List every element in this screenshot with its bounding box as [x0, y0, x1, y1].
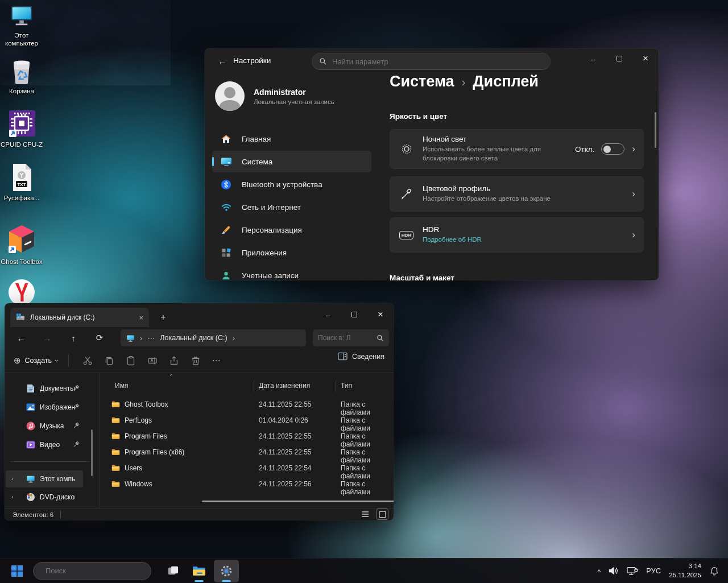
sidebar-scrollbar[interactable] [91, 429, 93, 476]
sidebar-item-label: Система [242, 158, 272, 166]
sidebar-item-home[interactable]: Главная [212, 128, 371, 150]
file-row[interactable]: Users 24.11.2025 22:54 Папка с файлами [100, 460, 394, 476]
file-row[interactable]: Program Files (x86) 24.11.2025 22:55 Пап… [100, 444, 394, 460]
breadcrumb-item[interactable]: Локальный диск (C:) [160, 334, 227, 342]
crumb-overflow-icon[interactable]: ⋯ [147, 334, 155, 342]
maximize-button[interactable] [341, 305, 367, 324]
chevron-right-icon: › [632, 229, 635, 241]
hdr-learn-more-link[interactable]: Подробнее об HDR [423, 235, 624, 245]
explorer-tab[interactable]: Локальный диск (C:) × [10, 308, 149, 327]
paste-button[interactable] [120, 352, 142, 369]
section-brightness-color: Яркость и цвет [390, 112, 447, 121]
breadcrumb-parent[interactable]: Система [390, 73, 454, 90]
desktop-icon-label: CPUID CPU-Z [0, 140, 43, 148]
network-icon[interactable] [624, 560, 640, 582]
sidebar-item-network[interactable]: Сеть и Интернет [212, 196, 371, 218]
clock[interactable]: 3:14 25.11.2025 [667, 562, 704, 580]
color-profile-desc: Настройте отображение цветов на экране [423, 195, 624, 204]
start-button[interactable] [6, 560, 28, 582]
tray-time: 3:14 [669, 562, 701, 571]
tree-item-this-pc[interactable]: › Этот компьюте [6, 470, 83, 487]
sidebar-item-bluetooth[interactable]: Bluetooth и устройства [212, 173, 371, 195]
night-light-card[interactable]: Ночной свет Использовать более теплые цв… [390, 129, 644, 169]
close-button[interactable]: × [367, 305, 394, 324]
column-header-type[interactable]: Тип [341, 382, 352, 390]
taskbar-settings-button[interactable] [214, 560, 239, 582]
notification-bell-icon[interactable] [708, 560, 721, 582]
settings-scrollbar[interactable] [655, 112, 656, 148]
quick-access-videos[interactable]: Видео [6, 436, 83, 453]
breadcrumb-bar[interactable]: › ⋯ Локальный диск (C:) › [121, 329, 306, 346]
share-button[interactable] [163, 352, 185, 369]
quick-access-documents[interactable]: Документы [6, 380, 83, 397]
details-pane-icon [338, 352, 348, 361]
chevron-expand-icon[interactable]: › [11, 475, 14, 482]
chevron-expand-icon[interactable]: › [11, 493, 14, 500]
task-view-button[interactable] [162, 560, 184, 582]
desktop-icon-label: Этот компьютер [0, 31, 43, 48]
file-row[interactable]: Ghost Toolbox 24.11.2025 22:55 Папка с ф… [100, 396, 394, 412]
quick-access-pictures[interactable]: Изображени [6, 399, 83, 416]
desktop-icon-cpuz[interactable]: CPUID CPU-Z [0, 109, 43, 148]
hdr-badge: HDR [399, 231, 413, 239]
desktop-icon-rusifikator[interactable]: TXT Русифика... [0, 163, 43, 202]
nav-forward-button[interactable]: → [38, 329, 57, 346]
taskbar-search-input[interactable] [46, 567, 146, 575]
language-indicator[interactable]: РУС [644, 560, 663, 582]
tab-close-icon[interactable]: × [139, 313, 143, 322]
nav-up-button[interactable]: ↑ [64, 329, 83, 346]
night-light-toggle[interactable] [601, 143, 624, 155]
eyedropper-icon [390, 188, 423, 200]
tray-overflow-chevron[interactable]: ^ [595, 561, 602, 583]
new-tab-button[interactable]: + [156, 310, 171, 325]
sidebar-item-apps[interactable]: Приложения [212, 242, 371, 263]
hdr-card[interactable]: HDR HDR Подробнее об HDR › [390, 217, 644, 253]
list-view-button[interactable] [359, 509, 371, 519]
desktop-icon-ghost-toolbox[interactable]: Ghost Toolbox [0, 223, 43, 266]
file-date: 01.04.2024 0:26 [259, 416, 308, 424]
column-header-name[interactable]: Имя [115, 382, 128, 390]
account-block[interactable]: Administrator Локальная учетная запись [215, 81, 334, 111]
desktop-icon-label: Русифика... [0, 194, 43, 202]
chevron-right-icon[interactable]: › [233, 334, 235, 342]
column-header-date[interactable]: Дата изменения [259, 382, 310, 390]
horizontal-scrollbar[interactable] [202, 501, 394, 502]
column-divider[interactable] [336, 381, 336, 392]
desktop-icon-this-pc[interactable]: Этот компьютер [0, 5, 43, 48]
more-options-button[interactable]: ⋯ [206, 355, 226, 366]
file-type: Папка с файлами [341, 480, 394, 496]
file-name: PerfLogs [125, 416, 152, 424]
explorer-search-input[interactable] [318, 334, 377, 342]
color-profile-card[interactable]: Цветовой профиль Настройте отображение ц… [390, 176, 644, 212]
rename-button[interactable] [142, 352, 163, 369]
cut-button[interactable] [77, 352, 98, 369]
file-name: Windows [125, 480, 152, 488]
minimize-button[interactable]: – [315, 305, 341, 324]
sidebar-item-accounts[interactable]: Учетные записи [212, 264, 371, 280]
file-row[interactable]: Windows 24.11.2025 22:56 Папка с файлами [100, 476, 394, 492]
this-pc-icon [26, 474, 35, 484]
desktop-icon-yandex[interactable] [0, 279, 43, 306]
system-icon [220, 156, 232, 168]
explorer-search-box[interactable] [313, 329, 389, 346]
tree-item-dvd[interactable]: › DVD-дисковод ( [6, 489, 83, 506]
column-divider[interactable] [254, 381, 254, 392]
taskbar-search-box[interactable] [33, 562, 151, 580]
icons-view-button[interactable] [377, 509, 388, 519]
back-button[interactable]: ← [214, 54, 231, 68]
details-pane-button[interactable]: Сведения [338, 352, 384, 361]
quick-access-music[interactable]: Музыка [6, 417, 83, 435]
desktop-icon-recycle-bin[interactable]: Корзина [0, 58, 43, 95]
sidebar-item-system[interactable]: Система [212, 151, 371, 172]
nav-refresh-button[interactable]: ⟳ [90, 329, 109, 346]
taskbar-explorer-button[interactable] [188, 560, 210, 582]
create-button[interactable]: ⊕ Создать › [14, 355, 58, 366]
sidebar-item-personalization[interactable]: Персонализация [212, 219, 371, 241]
person-icon [220, 270, 232, 281]
file-row[interactable]: PerfLogs 01.04.2024 0:26 Папка с файлами [100, 412, 394, 428]
delete-button[interactable] [185, 352, 206, 369]
nav-back-button[interactable]: ← [11, 329, 31, 346]
volume-icon[interactable] [606, 560, 621, 582]
copy-button[interactable] [98, 352, 120, 369]
file-row[interactable]: Program Files 24.11.2025 22:55 Папка с ф… [100, 428, 394, 444]
